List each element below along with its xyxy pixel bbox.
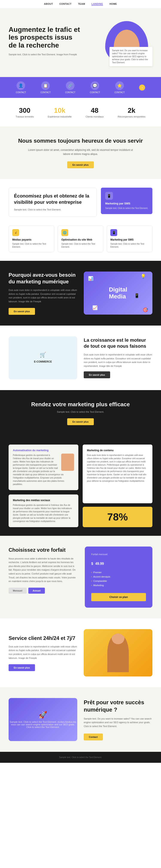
icon-bar-arrow[interactable]: › (139, 85, 145, 91)
ready-image: 🚀 Sample text. Click to select the Text … (9, 698, 77, 741)
footer: Sample text. Click to select the Text El… (0, 752, 161, 763)
service-section: Service client 24h/24 et 7j/7 Duis aute … (0, 618, 161, 687)
hero-text-box[interactable]: Sample text. Do you want to increase sal… (110, 47, 152, 66)
icon-circle-3: 🔗 (66, 81, 75, 90)
medias-text: Sample text. Click to select the Text El… (12, 243, 51, 249)
social-card[interactable]: Marketing des médias sociaux Pellentesqu… (9, 494, 78, 527)
happy-section: Nous sommes toujours heureux de vous ser… (0, 126, 161, 179)
sub-cards-section: 💰 Médias payants Sample text. Click to s… (0, 225, 161, 261)
why-description: Duis aute irure dolor in reprehenderit i… (9, 288, 77, 303)
growth-title: La croissance est le moteur de tout ce q… (84, 337, 152, 349)
nav-home[interactable]: HOME (110, 3, 117, 6)
content-desc: Duis aute irure dolor in reprehenderit i… (87, 454, 148, 483)
marketing-cards-section: Automatisation du marketing Pellentesque… (0, 436, 161, 536)
nav-landing[interactable]: LANDING (91, 3, 103, 6)
growth-cta-button[interactable]: En savoir plus (84, 371, 110, 378)
stat-clients: 48 Clients mondiaux (86, 106, 104, 118)
hero-title: Augmentez le trafic et les prospects iss… (9, 26, 82, 49)
stat-travaux: 300 Travaux terminés (16, 106, 34, 118)
toggle-annual-button[interactable]: Annuel (28, 588, 45, 594)
stat-experience: 10k Expérience industrielle (48, 106, 72, 118)
icon-circle-1: 👤 (16, 81, 25, 90)
nav-team[interactable]: TEAM (78, 3, 85, 6)
price-value: 49.99 (95, 562, 104, 565)
stats-section: 300 Travaux terminés 10k Expérience indu… (0, 98, 161, 126)
save-sample-text: Sample text. Click to select the Text El… (14, 208, 91, 212)
marketing-efficace-cta[interactable]: En savoir plus (67, 418, 93, 425)
ready-section: 🚀 Sample text. Click to select the Text … (0, 687, 161, 752)
icon-circle-2: 📋 (41, 81, 50, 90)
save-main-card[interactable]: Économisez plus et obtenez de la visibil… (9, 188, 96, 217)
hero-box-text: Sample text. Do you want to increase sal… (112, 49, 148, 64)
why-right: 📊 💡 📈 🎯 📱 DigitalMedia (84, 272, 152, 315)
pricing-features-list: Premier Accent deroquis Complaisible Mar… (91, 570, 146, 587)
nav-about[interactable]: ABOUT (44, 3, 53, 6)
sub-card-sms[interactable]: 📱 Marketing par SMS Sample text. Click t… (107, 225, 152, 252)
marketing-right-column: Marketing de contenu Duis aute irure dol… (83, 444, 152, 527)
toggle-monthly-button[interactable]: Mensuel (9, 588, 27, 594)
sms-text: Sample text. Click to select the Text El… (105, 207, 148, 210)
service-title: Service client 24h/24 et 7j/7 (9, 635, 77, 642)
price-dollar: $ (91, 562, 93, 565)
growth-left: 🛒E-COMMERCE (9, 336, 77, 379)
sms2-text: Sample text. Click to select the Text El… (110, 243, 149, 249)
medias-icon: 💰 (12, 229, 19, 236)
service-description: Duis aute irure dolor in reprehenderit i… (9, 645, 77, 660)
marketing-efficace-text: Sample text. Click to select the Text El… (17, 410, 144, 413)
service-cta-button[interactable]: En savoir plus (9, 664, 35, 671)
price-card: Forfait mensuel $ 49.99 Premier Accent d… (85, 547, 152, 608)
price-amount: $ 49.99 (91, 558, 146, 567)
medias-title: Médias payants (12, 238, 51, 241)
why-left: Pourquoi avez-vous besoin du marketing n… (9, 272, 77, 315)
pricing-right: Forfait mensuel $ 49.99 Premier Accent d… (85, 547, 152, 608)
digital-media-image: 📊 💡 📈 🎯 📱 DigitalMedia (84, 272, 152, 315)
feature-2: Accent deroquis (91, 575, 146, 579)
sub-card-optimisation[interactable]: 🌐 Optimisation du site Web Sample text. … (58, 225, 104, 252)
automation-person-image (61, 454, 74, 471)
happy-cta-button[interactable]: En savoir plus (67, 161, 93, 168)
hero-sample-text: Sample text. Click to select the Text El… (9, 53, 82, 56)
growth-description: Duis aute irure dolor in reprehenderit i… (84, 353, 152, 368)
why-cta-button[interactable]: En savoir plus (9, 308, 35, 315)
icon-label-1: CONTACT (16, 91, 26, 94)
automation-title: Automatisation du marketing (13, 449, 74, 452)
nav-contact[interactable]: CONTACT (59, 3, 72, 6)
content-marketing-card[interactable]: Marketing de contenu Duis aute irure dol… (83, 444, 152, 503)
pricing-title: Choisissez votre forfait (9, 547, 76, 553)
hero-left: Augmentez le trafic et les prospects iss… (9, 26, 82, 60)
stat-clients-label: Clients mondiaux (86, 115, 104, 118)
icon-label-5: CONTACT (114, 91, 125, 94)
sub-card-medias[interactable]: 💰 Médias payants Sample text. Click to s… (9, 225, 54, 252)
choose-plan-button[interactable]: Choisir ce plan (91, 593, 146, 601)
content-title: Marketing de contenu (87, 449, 148, 452)
pricing-toggle: Mensuel Annuel (9, 588, 76, 594)
stat-travaux-number: 300 (16, 106, 34, 115)
ready-cta-button[interactable]: Contact (84, 734, 103, 740)
feature-4: Marketing (91, 583, 146, 587)
automation-card[interactable]: Automatisation du marketing Pellentesque… (9, 444, 78, 490)
stat-experience-label: Expérience industrielle (48, 115, 72, 118)
icon-item-4[interactable]: 💬 CONTACT (90, 81, 100, 94)
ready-image-content: 🚀 Sample text. Click to select the Text … (9, 711, 77, 728)
dm-emoji-3: 📈 (92, 305, 98, 310)
happy-title: Nous sommes toujours heureux de vous ser… (17, 137, 144, 145)
service-person (107, 633, 129, 672)
footer-text: Sample text. Click to select the Text El… (9, 756, 152, 758)
digital-media-label: DigitalMedia (109, 286, 127, 300)
dm-emoji-4: 🎯 (143, 307, 148, 312)
icon-item-3[interactable]: 🔗 CONTACT (65, 81, 76, 94)
happy-description: Lorem ipsum dolor sit amet, consectetur … (27, 148, 134, 156)
ecommerce-image: 🛒E-COMMERCE (9, 336, 77, 379)
ready-sample-text: Sample text. Click to select the Text El… (9, 721, 77, 728)
dm-emoji-1: 📊 (88, 276, 93, 281)
percent-number: 78% (107, 511, 128, 523)
icon-item-1[interactable]: 👤 CONTACT (16, 81, 26, 94)
sms-card[interactable]: 📱 Marketing par SMS Sample text. Click t… (101, 188, 152, 214)
hero-section: Augmentez le trafic et les prospects iss… (0, 8, 161, 77)
icon-item-2[interactable]: 📋 CONTACT (41, 81, 51, 94)
why-section: Pourquoi avez-vous besoin du marketing n… (0, 261, 161, 326)
icon-circle-4: 💬 (91, 81, 99, 90)
pricing-description: Nous pouvons vous aider à atteindre la h… (9, 557, 76, 583)
sms2-icon: 📱 (110, 229, 117, 236)
icon-item-5[interactable]: ⭐ CONTACT (114, 81, 125, 94)
